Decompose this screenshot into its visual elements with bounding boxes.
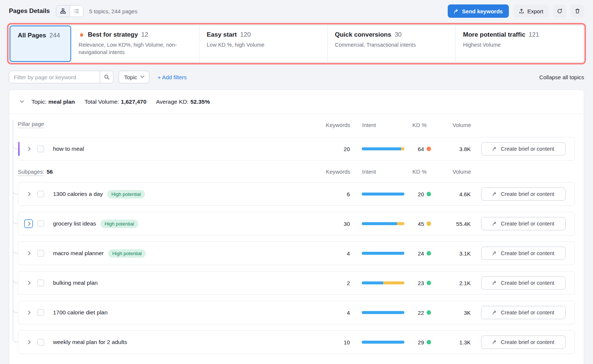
filter-input[interactable] [9, 71, 100, 83]
intent-bar [362, 147, 404, 150]
annotation-highlight-box: All Pages 244 Best for strategy 12 Relev… [7, 23, 586, 64]
create-brief-button[interactable]: Create brief or content [481, 335, 566, 349]
forward-arrow-icon [492, 146, 497, 151]
expand-row-button[interactable] [24, 338, 33, 347]
kd-value: 29 [418, 339, 424, 345]
row-checkbox[interactable] [37, 250, 44, 257]
trash-icon [574, 8, 580, 14]
add-filters-link[interactable]: + Add filters [158, 74, 187, 80]
page-name: 1700 calorie diet plan [53, 309, 107, 316]
keywords-value: 2 [320, 280, 350, 286]
create-brief-button[interactable]: Create brief or content [481, 217, 566, 230]
search-button[interactable] [100, 71, 113, 83]
forward-arrow-icon [492, 251, 497, 256]
pillar-accent-bar [18, 142, 20, 156]
kd-dot [427, 310, 431, 315]
page-name: macro meal planner [53, 250, 104, 257]
expand-row-button[interactable] [24, 190, 33, 198]
tab-subtitle: Low KD %, high Volume [207, 41, 318, 49]
expand-row-button[interactable] [24, 144, 33, 153]
expand-row-button[interactable] [24, 249, 33, 258]
forward-arrow-icon [492, 191, 497, 197]
keywords-value: 10 [320, 339, 350, 345]
create-brief-button[interactable]: Create brief or content [481, 187, 566, 201]
keywords-value: 30 [320, 221, 350, 227]
export-label: Export [527, 8, 543, 14]
tab-label: Easy start [207, 31, 237, 39]
row-checkbox[interactable] [37, 191, 44, 197]
tab-more-potential-traffic[interactable]: More potential traffic 121 Highest Volum… [455, 26, 583, 62]
total-volume: Total Volume:1,627,470 [85, 98, 146, 105]
kd-value: 45 [418, 221, 424, 227]
column-intent: Intent [362, 122, 405, 128]
topic-card: Topic:meal plan Total Volume:1,627,470 A… [9, 90, 584, 364]
row-checkbox[interactable] [37, 220, 44, 227]
refresh-icon [557, 8, 563, 14]
expand-row-button[interactable] [24, 308, 33, 317]
topic-dropdown[interactable]: Topic [119, 71, 149, 83]
tab-label: Best for strategy [88, 31, 138, 39]
list-icon [73, 8, 79, 14]
column-keywords: Keywords [321, 122, 350, 128]
row-checkbox[interactable] [37, 339, 44, 345]
create-brief-button[interactable]: Create brief or content [481, 247, 566, 260]
kd-value: 23 [418, 280, 424, 286]
chevron-right-icon [26, 221, 30, 226]
row-checkbox[interactable] [37, 146, 44, 152]
row-checkbox[interactable] [37, 309, 44, 316]
chevron-right-icon [26, 251, 30, 255]
collapse-all-topics-link[interactable]: Collapse all topics [539, 74, 584, 80]
kd-dot [427, 221, 431, 226]
kd-value: 22 [418, 310, 424, 316]
tab-best-for-strategy[interactable]: Best for strategy 12 Relevance, Low KD%,… [71, 26, 199, 62]
topic-card-body: Pillar page Keywords Intent KD % Volume … [9, 114, 584, 364]
page-name: bulking meal plan [53, 280, 98, 286]
volume-value: 55.4K [437, 221, 471, 227]
tree-view-button[interactable] [56, 6, 70, 17]
send-keywords-button[interactable]: Send keywords [448, 4, 509, 18]
search-icon [104, 74, 110, 80]
flame-icon [79, 32, 85, 38]
column-kd: KD % [408, 122, 431, 128]
export-button[interactable]: Export [513, 4, 549, 18]
list-view-button[interactable] [70, 6, 83, 17]
tab-count: 244 [50, 32, 60, 39]
chevron-down-icon [20, 99, 24, 103]
volume-value: 3.1K [437, 250, 471, 257]
page-name: how to meal [53, 146, 84, 152]
view-toggle [56, 5, 83, 17]
row-checkbox[interactable] [37, 280, 44, 286]
kd-value: 24 [418, 250, 424, 257]
filter-bar: Topic + Add filters Collapse all topics [9, 70, 584, 84]
tab-subtitle: Relevance, Low KD%, high Volume, non-nav… [79, 41, 190, 56]
create-brief-button[interactable]: Create brief or content [481, 306, 566, 319]
kd-dot [427, 340, 431, 344]
forward-arrow-icon [492, 310, 497, 315]
column-keywords: Keywords [321, 168, 350, 175]
page-title: Pages Details [9, 7, 50, 15]
delete-button[interactable] [571, 4, 584, 18]
expand-row-button[interactable] [24, 278, 33, 287]
topic-collapse-button[interactable] [18, 100, 26, 103]
tab-subtitle: Highest Volume [463, 41, 574, 49]
page-name: 1300 calories a day [53, 191, 103, 197]
create-brief-button[interactable]: Create brief or content [481, 276, 566, 290]
subpage-row: bulking meal plan 2 23 2.1K Create brief… [18, 271, 575, 295]
tab-label: More potential traffic [463, 31, 525, 39]
tab-easy-start[interactable]: Easy start 120 Low KD %, high Volume [199, 26, 327, 62]
volume-value: 3K [437, 310, 471, 316]
create-brief-button[interactable]: Create brief or content [481, 142, 566, 156]
high-potential-badge: High potential [107, 190, 145, 198]
subpage-row: 1700 calorie diet plan 4 22 3K Create br… [18, 301, 575, 324]
expand-row-button-focused[interactable] [24, 219, 33, 228]
refresh-button[interactable] [553, 4, 566, 18]
chevron-right-icon [26, 281, 30, 285]
kd-dot [427, 192, 431, 196]
high-potential-badge: High potential [100, 220, 138, 228]
forward-arrow-icon [492, 221, 497, 226]
tab-quick-conversions[interactable]: Quick conversions 30 Commercial, Transac… [327, 26, 455, 62]
tab-all-pages[interactable]: All Pages 244 [10, 26, 71, 62]
intent-bar [362, 193, 404, 196]
pillar-row: how to meal 20 64 3.8K Create brief or c… [18, 137, 575, 161]
forward-arrow-icon [492, 340, 497, 345]
